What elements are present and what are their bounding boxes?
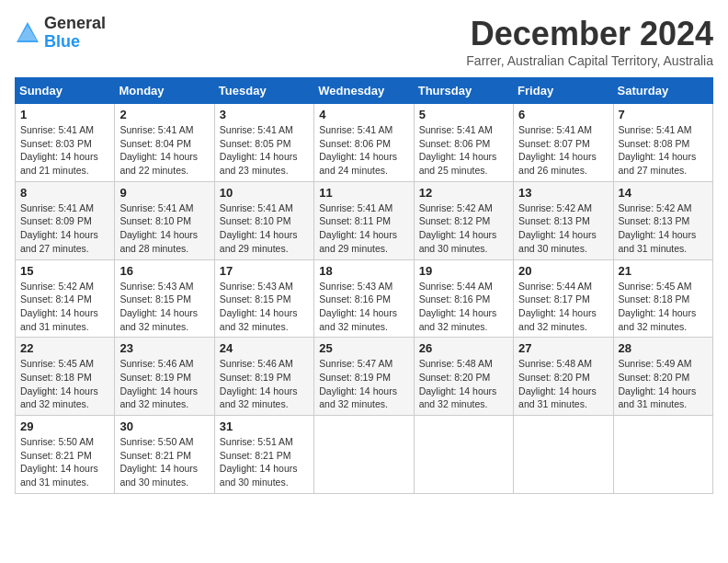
day-info: Sunrise: 5:41 AMSunset: 8:08 PMDaylight:… bbox=[619, 123, 708, 178]
day-number: 28 bbox=[619, 341, 708, 355]
day-info: Sunrise: 5:41 AMSunset: 8:10 PMDaylight:… bbox=[119, 201, 209, 256]
day-number: 16 bbox=[119, 264, 209, 278]
calendar-cell: 22Sunrise: 5:45 AMSunset: 8:18 PMDayligh… bbox=[16, 338, 115, 416]
day-info: Sunrise: 5:44 AMSunset: 8:17 PMDaylight:… bbox=[518, 280, 608, 334]
calendar-cell: 14Sunrise: 5:42 AMSunset: 8:13 PMDayligh… bbox=[613, 181, 712, 259]
header: General Blue December 2024 Farrer, Austr… bbox=[15, 15, 713, 68]
day-number: 1 bbox=[20, 108, 109, 121]
day-number: 15 bbox=[20, 264, 109, 278]
calendar-cell bbox=[414, 416, 513, 494]
day-info: Sunrise: 5:43 AMSunset: 8:15 PMDaylight:… bbox=[220, 280, 309, 334]
calendar-cell: 28Sunrise: 5:49 AMSunset: 8:20 PMDayligh… bbox=[613, 338, 712, 416]
day-number: 26 bbox=[419, 341, 508, 355]
day-number: 6 bbox=[518, 108, 608, 121]
calendar-cell: 10Sunrise: 5:41 AMSunset: 8:10 PMDayligh… bbox=[214, 181, 313, 259]
calendar-week-4: 22Sunrise: 5:45 AMSunset: 8:18 PMDayligh… bbox=[16, 338, 713, 416]
day-number: 9 bbox=[119, 186, 209, 200]
day-info: Sunrise: 5:42 AMSunset: 8:12 PMDaylight:… bbox=[419, 201, 508, 256]
day-info: Sunrise: 5:42 AMSunset: 8:13 PMDaylight:… bbox=[518, 201, 608, 256]
calendar-cell: 20Sunrise: 5:44 AMSunset: 8:17 PMDayligh… bbox=[514, 259, 613, 338]
day-number: 31 bbox=[220, 419, 309, 433]
calendar-cell: 13Sunrise: 5:42 AMSunset: 8:13 PMDayligh… bbox=[514, 181, 613, 259]
day-number: 14 bbox=[619, 186, 708, 200]
day-info: Sunrise: 5:41 AMSunset: 8:10 PMDaylight:… bbox=[220, 201, 309, 256]
day-info: Sunrise: 5:49 AMSunset: 8:20 PMDaylight:… bbox=[619, 357, 708, 411]
calendar-cell: 2Sunrise: 5:41 AMSunset: 8:04 PMDaylight… bbox=[115, 104, 214, 182]
calendar-header-row: SundayMondayTuesdayWednesdayThursdayFrid… bbox=[16, 78, 713, 104]
day-info: Sunrise: 5:50 AMSunset: 8:21 PMDaylight:… bbox=[119, 435, 209, 489]
day-info: Sunrise: 5:42 AMSunset: 8:13 PMDaylight:… bbox=[619, 201, 708, 256]
day-number: 23 bbox=[119, 341, 209, 355]
calendar-cell: 4Sunrise: 5:41 AMSunset: 8:06 PMDaylight… bbox=[314, 104, 414, 182]
calendar-cell: 26Sunrise: 5:48 AMSunset: 8:20 PMDayligh… bbox=[414, 338, 513, 416]
calendar-cell: 6Sunrise: 5:41 AMSunset: 8:07 PMDaylight… bbox=[514, 104, 613, 182]
day-info: Sunrise: 5:45 AMSunset: 8:18 PMDaylight:… bbox=[619, 280, 708, 334]
day-number: 27 bbox=[518, 341, 608, 355]
day-number: 30 bbox=[119, 419, 209, 433]
day-info: Sunrise: 5:51 AMSunset: 8:21 PMDaylight:… bbox=[220, 435, 309, 489]
calendar-cell bbox=[613, 416, 712, 494]
logo-blue: Blue bbox=[44, 33, 106, 52]
calendar-cell: 21Sunrise: 5:45 AMSunset: 8:18 PMDayligh… bbox=[613, 259, 712, 338]
day-number: 19 bbox=[419, 264, 508, 278]
day-header-tuesday: Tuesday bbox=[214, 78, 313, 104]
day-info: Sunrise: 5:47 AMSunset: 8:19 PMDaylight:… bbox=[319, 357, 408, 411]
day-header-friday: Friday bbox=[514, 78, 613, 104]
calendar-cell: 18Sunrise: 5:43 AMSunset: 8:16 PMDayligh… bbox=[314, 259, 414, 338]
day-number: 2 bbox=[119, 108, 209, 121]
day-number: 22 bbox=[20, 341, 109, 355]
logo-general: General bbox=[44, 15, 106, 33]
calendar-week-5: 29Sunrise: 5:50 AMSunset: 8:21 PMDayligh… bbox=[16, 416, 713, 494]
day-info: Sunrise: 5:50 AMSunset: 8:21 PMDaylight:… bbox=[20, 435, 109, 489]
calendar-cell: 25Sunrise: 5:47 AMSunset: 8:19 PMDayligh… bbox=[314, 338, 414, 416]
calendar-cell: 3Sunrise: 5:41 AMSunset: 8:05 PMDaylight… bbox=[214, 104, 313, 182]
day-info: Sunrise: 5:41 AMSunset: 8:09 PMDaylight:… bbox=[20, 201, 109, 256]
calendar-week-1: 1Sunrise: 5:41 AMSunset: 8:03 PMDaylight… bbox=[16, 104, 713, 182]
calendar-week-2: 8Sunrise: 5:41 AMSunset: 8:09 PMDaylight… bbox=[16, 181, 713, 259]
day-info: Sunrise: 5:41 AMSunset: 8:06 PMDaylight:… bbox=[419, 123, 508, 178]
calendar-cell: 27Sunrise: 5:48 AMSunset: 8:20 PMDayligh… bbox=[514, 338, 613, 416]
day-info: Sunrise: 5:43 AMSunset: 8:16 PMDaylight:… bbox=[319, 280, 408, 334]
calendar-cell: 1Sunrise: 5:41 AMSunset: 8:03 PMDaylight… bbox=[16, 104, 115, 182]
logo: General Blue bbox=[15, 15, 106, 52]
day-header-thursday: Thursday bbox=[414, 78, 513, 104]
calendar-cell: 29Sunrise: 5:50 AMSunset: 8:21 PMDayligh… bbox=[16, 416, 115, 494]
calendar-cell bbox=[314, 416, 414, 494]
calendar-table: SundayMondayTuesdayWednesdayThursdayFrid… bbox=[15, 77, 713, 494]
calendar-cell: 9Sunrise: 5:41 AMSunset: 8:10 PMDaylight… bbox=[115, 181, 214, 259]
calendar-cell: 12Sunrise: 5:42 AMSunset: 8:12 PMDayligh… bbox=[414, 181, 513, 259]
day-info: Sunrise: 5:41 AMSunset: 8:05 PMDaylight:… bbox=[220, 123, 309, 178]
day-info: Sunrise: 5:48 AMSunset: 8:20 PMDaylight:… bbox=[518, 357, 608, 411]
calendar-cell bbox=[514, 416, 613, 494]
day-header-sunday: Sunday bbox=[16, 78, 115, 104]
calendar-cell: 5Sunrise: 5:41 AMSunset: 8:06 PMDaylight… bbox=[414, 104, 513, 182]
calendar-cell: 8Sunrise: 5:41 AMSunset: 8:09 PMDaylight… bbox=[16, 181, 115, 259]
logo-text: General Blue bbox=[44, 15, 106, 52]
day-number: 5 bbox=[419, 108, 508, 121]
calendar-cell: 31Sunrise: 5:51 AMSunset: 8:21 PMDayligh… bbox=[214, 416, 313, 494]
day-info: Sunrise: 5:46 AMSunset: 8:19 PMDaylight:… bbox=[119, 357, 209, 411]
calendar-cell: 7Sunrise: 5:41 AMSunset: 8:08 PMDaylight… bbox=[613, 104, 712, 182]
calendar-cell: 11Sunrise: 5:41 AMSunset: 8:11 PMDayligh… bbox=[314, 181, 414, 259]
day-number: 8 bbox=[20, 186, 109, 200]
day-number: 29 bbox=[20, 419, 109, 433]
day-info: Sunrise: 5:45 AMSunset: 8:18 PMDaylight:… bbox=[20, 357, 109, 411]
day-info: Sunrise: 5:41 AMSunset: 8:03 PMDaylight:… bbox=[20, 123, 109, 178]
month-title: December 2024 bbox=[466, 15, 713, 53]
day-info: Sunrise: 5:42 AMSunset: 8:14 PMDaylight:… bbox=[20, 280, 109, 334]
day-info: Sunrise: 5:48 AMSunset: 8:20 PMDaylight:… bbox=[419, 357, 508, 411]
calendar-cell: 17Sunrise: 5:43 AMSunset: 8:15 PMDayligh… bbox=[214, 259, 313, 338]
day-number: 4 bbox=[319, 108, 408, 121]
day-header-wednesday: Wednesday bbox=[314, 78, 414, 104]
calendar-cell: 19Sunrise: 5:44 AMSunset: 8:16 PMDayligh… bbox=[414, 259, 513, 338]
day-info: Sunrise: 5:41 AMSunset: 8:11 PMDaylight:… bbox=[319, 201, 408, 256]
day-number: 13 bbox=[518, 186, 608, 200]
day-info: Sunrise: 5:44 AMSunset: 8:16 PMDaylight:… bbox=[419, 280, 508, 334]
day-number: 21 bbox=[619, 264, 708, 278]
day-number: 17 bbox=[220, 264, 309, 278]
day-info: Sunrise: 5:41 AMSunset: 8:04 PMDaylight:… bbox=[119, 123, 209, 178]
location-subtitle: Farrer, Australian Capital Territory, Au… bbox=[466, 53, 713, 68]
title-section: December 2024 Farrer, Australian Capital… bbox=[466, 15, 713, 68]
day-number: 18 bbox=[319, 264, 408, 278]
day-info: Sunrise: 5:41 AMSunset: 8:06 PMDaylight:… bbox=[319, 123, 408, 178]
